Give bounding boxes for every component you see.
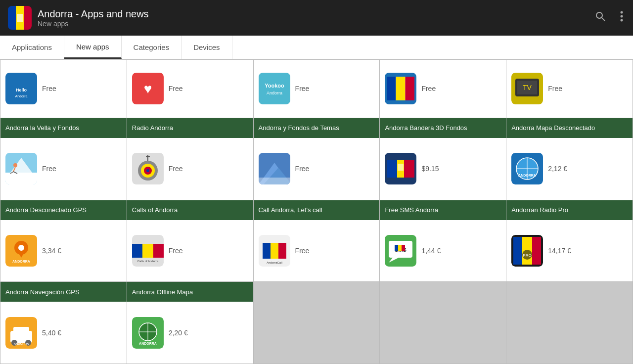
app-card[interactable]: Calls of Andorra Calls of Andorra Free [127,200,253,282]
app-thumbnail: SMS [385,235,416,267]
app-thumbnail: ANDORRA [132,317,164,349]
app-header: Andorra - Apps and news New apps [0,0,633,36]
svg-rect-43 [259,178,290,184]
app-card-body: ANDORRA 2,20 € [127,302,253,364]
app-card-title: Free SMS Andorra [380,200,506,220]
svg-text:PRO: PRO [523,253,532,258]
svg-point-7 [621,15,623,18]
tab-new-apps[interactable]: New apps [64,36,122,59]
app-card-title: Andorra Mapa Desconectado [506,118,633,138]
svg-rect-67 [271,243,278,259]
app-price: Free [548,85,628,92]
app-thumbnail: ANDORRA [5,317,37,349]
app-thumbnail: AndorraCall [259,235,290,267]
app-price: Free [169,85,248,92]
app-card[interactable]: Call Andorra, Let's call AndorraCall Fre… [254,200,380,282]
app-card[interactable]: Andorra Offline Mapa ANDORRA 2,20 € [127,282,253,364]
tab-categories[interactable]: Categories [122,36,182,59]
svg-rect-61 [132,244,142,258]
app-card[interactable]: Hello Andorra Free [0,60,127,118]
app-price: Free [295,85,375,92]
app-price: Free [421,85,501,92]
app-card-body: Free [0,138,127,200]
svg-rect-20 [396,77,406,100]
apps-grid: Hello Andorra Free ♥ Free Yookoo [0,59,633,364]
more-menu-button[interactable] [618,8,625,27]
svg-rect-19 [387,77,396,100]
app-card[interactable]: Radio Andorra Free [127,118,253,200]
tab-applications[interactable]: Applications [0,36,64,59]
app-thumbnail [385,73,416,104]
svg-rect-2 [24,6,32,30]
app-thumbnail [132,153,164,184]
svg-text:Andorra: Andorra [15,94,28,98]
app-card-body: ANDORRA 3,34 € [0,220,127,282]
tab-devices[interactable]: Devices [181,36,232,59]
app-card[interactable]: Andorra Desconectado GPS ANDORRA 3,34 € [0,200,127,282]
app-price: Free [295,165,375,173]
svg-point-8 [621,19,623,22]
app-card-title: Andorran Radio Pro [506,200,633,220]
app-card[interactable]: Free SMS Andorra SMS 1,44 € [380,200,506,282]
app-thumbnail [259,153,290,184]
app-card[interactable]: Andorra Mapa Desconectado ANDORRA 2,12 € [506,118,633,200]
app-card[interactable]: ♥ Free [127,60,253,118]
app-price: $9.15 [421,165,501,173]
svg-rect-78 [513,237,522,265]
svg-rect-27 [5,173,37,184]
app-card-body: AndorraCall Free [254,220,380,282]
app-card[interactable]: Andorra Bandera 3D Fondos $9.15 [380,118,506,200]
svg-text:ANDORRA: ANDORRA [12,260,30,263]
svg-rect-68 [278,243,286,259]
header-left: Andorra - Apps and news New apps [8,6,149,30]
svg-point-4 [596,12,602,18]
app-card-body: Free [254,138,380,200]
app-card-title: Andorra Offline Mapa [127,282,253,302]
app-card[interactable]: Free [380,60,506,118]
app-subtitle: New apps [38,20,149,28]
svg-rect-74 [395,245,398,251]
svg-point-29 [13,163,17,167]
app-card[interactable]: Andorra la Vella y Fondos Free [0,118,127,200]
search-button[interactable] [592,8,608,27]
app-card[interactable]: TV Free [506,60,633,118]
app-card-body: Calls of Andorra Free [127,220,253,282]
app-card-body: Free [127,138,253,200]
svg-rect-0 [8,6,16,30]
app-card-title: Radio Andorra [127,118,253,138]
app-price: Free [169,165,248,173]
app-thumbnail [385,153,416,184]
app-card[interactable]: Andorran Radio Pro PRO 14,17 € [506,200,633,282]
empty-cell [506,282,633,364]
svg-text:♥: ♥ [143,81,152,96]
svg-rect-48 [398,164,404,171]
app-title: Andorra - Apps and news [38,8,149,20]
svg-rect-63 [153,244,164,258]
svg-rect-21 [406,77,415,100]
svg-rect-80 [532,237,541,265]
svg-line-5 [602,18,605,21]
app-card[interactable]: Yookoo Andorra Free [254,60,380,118]
svg-text:ANDORRA: ANDORRA [518,174,536,177]
svg-rect-66 [263,243,271,259]
app-card-title: Call Andorra, Let's call [254,200,380,220]
svg-point-58 [18,245,24,251]
app-card-title: Andorra y Fondos de Temas [254,118,380,138]
app-card[interactable]: Andorra y Fondos de Temas Free [254,118,380,200]
app-price: 2,12 € [548,165,628,173]
svg-rect-76 [402,245,405,251]
app-thumbnail: PRO [511,235,543,267]
app-price: 14,17 € [548,247,628,255]
app-card-body: PRO 14,17 € [506,220,633,282]
app-card[interactable]: Andorra Navegación GPS ANDORRA 5,40 € [0,282,127,364]
svg-text:AndorraCall: AndorraCall [267,261,282,264]
app-thumbnail: ANDORRA [5,235,37,267]
svg-text:Andorra: Andorra [267,91,282,95]
app-price: 2,20 € [169,329,248,337]
app-card-title: Andorra Navegación GPS [0,282,127,302]
app-thumbnail: TV [511,73,543,104]
app-card-body: ANDORRA 2,12 € [506,138,633,200]
app-price: 5,40 € [42,329,122,337]
app-card-title: Calls of Andorra [127,200,253,220]
app-price: 3,34 € [42,247,122,255]
